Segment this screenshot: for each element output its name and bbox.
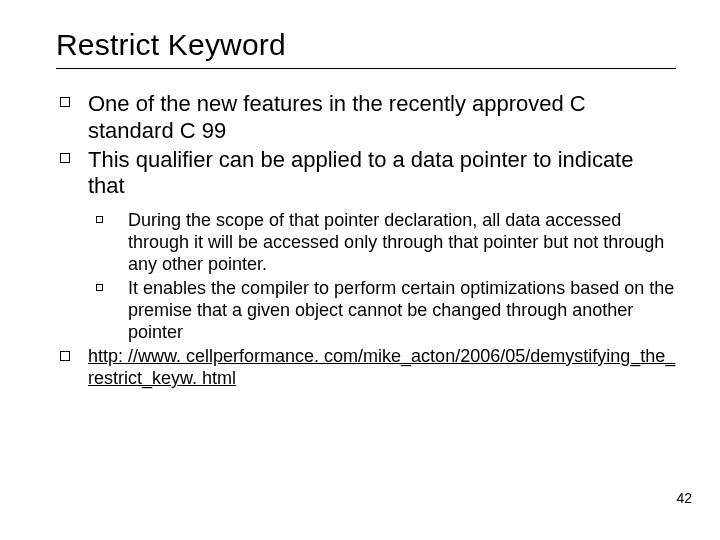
title-divider xyxy=(56,68,676,69)
slide-title: Restrict Keyword xyxy=(56,28,676,62)
sub-bullet-list: During the scope of that pointer declara… xyxy=(56,210,676,344)
sub-bullet-item: It enables the compiler to perform certa… xyxy=(56,278,676,344)
page-number: 42 xyxy=(676,490,692,506)
bullet-item: One of the new features in the recently … xyxy=(56,91,676,145)
bullet-item: This qualifier can be applied to a data … xyxy=(56,147,676,201)
slide: Restrict Keyword One of the new features… xyxy=(0,0,720,540)
link-bullet: http: //www. cellperformance. com/mike_a… xyxy=(56,346,676,390)
sub-bullet-item: During the scope of that pointer declara… xyxy=(56,210,676,276)
bullet-list: One of the new features in the recently … xyxy=(56,91,676,200)
reference-link[interactable]: http: //www. cellperformance. com/mike_a… xyxy=(88,346,676,390)
